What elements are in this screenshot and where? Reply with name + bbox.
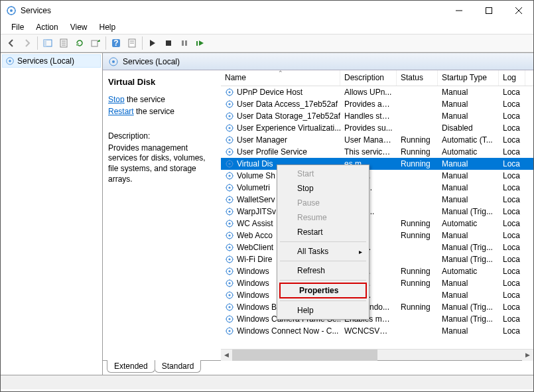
title-bar: Services — [1, 1, 533, 21]
col-name[interactable]: ⌃Name — [221, 70, 340, 86]
back-button[interactable] — [3, 35, 19, 51]
svg-point-41 — [228, 222, 230, 224]
table-row[interactable]: User ManagerUser Manag...RunningAutomati… — [221, 134, 533, 146]
table-row[interactable]: User Data Access_17eb52afProvides ap...M… — [221, 98, 533, 110]
svg-rect-2 — [486, 8, 492, 14]
table-row[interactable]: Windows Connect Now - C...WCNCSVC ...Man… — [221, 325, 533, 337]
ctx-refresh[interactable]: Refresh — [279, 263, 367, 278]
service-logon: Loca — [499, 279, 525, 288]
properties-button[interactable] — [124, 35, 140, 51]
restart-service-button[interactable] — [192, 35, 208, 51]
col-description[interactable]: Description — [340, 70, 397, 86]
gear-icon — [225, 291, 234, 300]
gear-icon — [225, 135, 234, 145]
service-name: WalletServ — [237, 195, 275, 204]
panel-header: Services (Local) — [103, 53, 533, 70]
table-row[interactable]: Wi-Fi Direes co...Manual (Trig...Loca — [221, 253, 533, 265]
start-service-button[interactable] — [145, 35, 161, 51]
service-logon: Loca — [499, 183, 525, 192]
ctx-all-tasks[interactable]: All Tasks — [279, 244, 367, 259]
service-logon: Loca — [499, 326, 525, 336]
service-logon: Loca — [499, 267, 525, 276]
service-logon: Loca — [499, 314, 525, 324]
service-name: Web Acco — [237, 231, 273, 240]
table-row[interactable]: Virtual Dises m...RunningManualLoca — [221, 158, 533, 170]
service-name: User Manager — [237, 135, 287, 145]
export-list-button[interactable] — [88, 35, 103, 51]
table-row[interactable]: Windowses Wi...ManualLoca — [221, 289, 533, 301]
gear-icon — [225, 195, 234, 204]
table-row[interactable]: UPnP Device HostAllows UPn...ManualLoca — [221, 86, 533, 98]
minimize-button[interactable] — [444, 1, 474, 21]
service-startup: Manual — [438, 279, 499, 288]
table-row[interactable]: WC Assistare ...RunningAutomaticLoca — [221, 218, 533, 229]
table-row[interactable]: Web Accorvice ...RunningManualLoca — [221, 229, 533, 241]
service-startup: Manual — [438, 291, 499, 300]
scroll-left-button[interactable]: ◀ — [221, 350, 232, 361]
scroll-thumb[interactable] — [232, 350, 377, 361]
table-row[interactable]: Windowses au...RunningAutomaticLoca — [221, 265, 533, 277]
table-row[interactable]: Windows Biometric ServiceThe Windo...Run… — [221, 301, 533, 313]
menu-view[interactable]: View — [65, 21, 93, 33]
svg-point-29 — [228, 151, 230, 153]
help-button[interactable]: ? — [108, 35, 124, 51]
export-button[interactable] — [56, 35, 72, 51]
table-row[interactable]: WalletServobjec...ManualLoca — [221, 194, 533, 206]
maximize-button[interactable] — [474, 1, 503, 21]
ctx-resume: Resume — [279, 210, 367, 225]
service-status: Running — [397, 219, 438, 228]
service-name: Windows Connect Now - C... — [237, 326, 338, 336]
table-row[interactable]: User Profile ServiceThis service ...Runn… — [221, 146, 533, 158]
pause-service-button[interactable] — [176, 35, 192, 51]
table-row[interactable]: Windows Camera Frame Se...Enables mul...… — [221, 313, 533, 325]
refresh-button[interactable] — [72, 35, 88, 51]
service-startup: Manual (Trig... — [438, 207, 499, 216]
service-status: Running — [397, 135, 438, 145]
stop-service-button[interactable] — [161, 35, 176, 51]
table-row[interactable]: User Experience Virtualizati...Provides … — [221, 122, 533, 134]
menu-action[interactable]: Action — [31, 21, 63, 33]
table-row[interactable]: Volumetrispatia...ManualLoca — [221, 182, 533, 194]
col-status[interactable]: Status — [397, 70, 438, 86]
svg-rect-13 — [196, 41, 198, 46]
col-startup-type[interactable]: Startup Type — [438, 70, 499, 86]
close-button[interactable] — [503, 1, 533, 21]
toolbar: ? — [1, 34, 533, 52]
service-logon: Loca — [499, 159, 525, 168]
menu-file[interactable]: File — [6, 21, 29, 33]
list-body[interactable]: UPnP Device HostAllows UPn...ManualLocaU… — [221, 86, 533, 349]
scroll-right-button[interactable]: ▶ — [522, 350, 533, 361]
tab-standard[interactable]: Standard — [155, 360, 202, 373]
scroll-track[interactable] — [232, 350, 522, 361]
show-hide-tree-button[interactable] — [40, 35, 56, 51]
service-startup: Automatic — [438, 147, 499, 157]
svg-rect-10 — [166, 40, 171, 46]
ctx-properties[interactable]: Properties — [279, 283, 367, 298]
menu-help[interactable]: Help — [94, 21, 121, 33]
table-row[interactable]: WarpJITSves a JI...Manual (Trig...Loca — [221, 206, 533, 218]
ctx-restart[interactable]: Restart — [279, 225, 367, 239]
svg-point-57 — [228, 318, 230, 320]
service-startup: Manual (Trig... — [438, 314, 499, 324]
ctx-help[interactable]: Help — [279, 303, 367, 318]
app-icon — [6, 5, 17, 16]
table-row[interactable]: Volume Shes an...ManualLoca — [221, 170, 533, 182]
table-row[interactable]: Windowses au...RunningManualLoca — [221, 277, 533, 289]
table-row[interactable]: WebClients Win...Manual (Trig...Loca — [221, 241, 533, 253]
tree-item-label: Services (Local) — [17, 56, 74, 66]
forward-button[interactable] — [19, 35, 35, 51]
ctx-stop[interactable]: Stop — [279, 181, 367, 196]
stop-link[interactable]: Stop — [108, 95, 125, 104]
svg-point-53 — [228, 294, 230, 296]
service-name: WC Assist — [237, 219, 273, 228]
service-logon: Loca — [499, 231, 525, 240]
table-row[interactable]: User Data Storage_17eb52afHandles sto...… — [221, 110, 533, 122]
col-logon[interactable]: Log — [499, 70, 525, 86]
service-logon: Loca — [499, 135, 525, 145]
tree-item-services-local[interactable]: Services (Local) — [2, 54, 101, 68]
gear-icon — [5, 56, 15, 66]
tab-extended[interactable]: Extended — [107, 360, 155, 373]
horizontal-scrollbar[interactable]: ◀ ▶ — [221, 349, 533, 360]
restart-link[interactable]: Restart — [108, 107, 134, 116]
navigation-tree: Services (Local) — [1, 53, 103, 375]
